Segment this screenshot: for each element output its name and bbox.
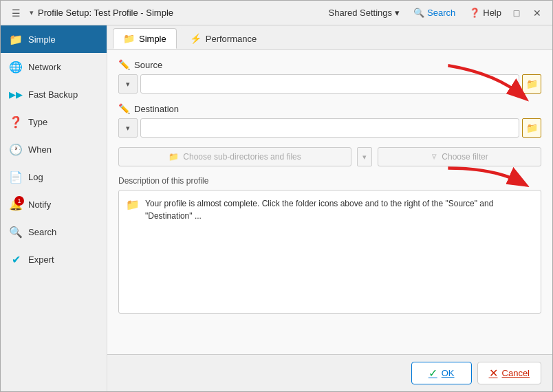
desc-folder-icon: 📁	[126, 198, 140, 211]
search-label: Search	[427, 8, 455, 18]
destination-input[interactable]	[140, 118, 519, 138]
ok-label: OK	[442, 368, 455, 378]
destination-field-row: ▾ 📁	[118, 118, 541, 138]
cancel-button[interactable]: ✕ Cancel	[477, 362, 541, 384]
destination-pencil-icon: ✏️	[118, 103, 130, 114]
ok-button[interactable]: ✓ OK	[411, 362, 472, 384]
source-dropdown-button[interactable]: ▾	[118, 74, 138, 94]
subdir-row: 📁 Choose sub-directories and files ▾ ⛛ C…	[118, 147, 541, 166]
destination-dropdown-button[interactable]: ▾	[118, 118, 138, 138]
help-label: Help	[483, 8, 501, 18]
hamburger-button[interactable]: ☰	[6, 5, 25, 21]
sidebar-item-fast-backup[interactable]: ▶▶ Fast Backup	[1, 80, 107, 108]
filter-button[interactable]: ⛛ Choose filter	[378, 147, 541, 166]
log-icon: 📄	[9, 170, 23, 184]
search-nav-icon: 🔍	[9, 225, 23, 239]
desc-text: Your profile is almost complete. Click t…	[145, 197, 534, 222]
title-bar: ☰ ▾ Profile Setup: Test Profile - Simple…	[1, 1, 552, 25]
sidebar-label-search: Search	[28, 227, 56, 237]
when-icon-wrap: 🕐	[9, 142, 23, 156]
sidebar-item-network[interactable]: 🌐 Network	[1, 53, 107, 80]
tab-simple[interactable]: 📁 Simple	[113, 28, 177, 49]
sidebar-item-notify[interactable]: 🔔 1 Notify	[1, 190, 107, 218]
folder-icon: 📁	[9, 32, 23, 46]
network-icon-wrap: 🌐	[9, 60, 23, 74]
search-icon-wrap: 🔍	[9, 225, 23, 239]
close-button[interactable]: ✕	[528, 5, 547, 21]
shared-settings-button[interactable]: Shared Settings ▾	[323, 6, 406, 20]
source-pencil-icon: ✏️	[118, 59, 130, 70]
main-layout: 📁 Simple 🌐 Network ▶▶ Fast Backup ❓	[1, 25, 552, 391]
notify-badge: 1	[14, 196, 24, 206]
sidebar-label-notify: Notify	[28, 199, 51, 210]
tab-performance-label: Performance	[206, 34, 257, 44]
title-bar-center: Shared Settings ▾ 🔍 Search ❓ Help	[323, 6, 507, 20]
expert-icon: ✔	[9, 252, 23, 266]
window-title: Profile Setup: Test Profile - Simple	[38, 8, 173, 18]
sidebar-label-when: When	[28, 144, 52, 155]
type-icon: ❓	[9, 115, 23, 129]
tab-performance-icon: ⚡	[190, 33, 202, 44]
source-input[interactable]	[140, 74, 519, 94]
source-label: Source	[134, 60, 162, 70]
subdir-label: Choose sub-directories and files	[183, 152, 301, 162]
tab-simple-label: Simple	[139, 34, 166, 44]
notify-icon-wrap: 🔔 1	[9, 197, 23, 211]
when-icon: 🕐	[9, 142, 23, 156]
maximize-button[interactable]: □	[507, 5, 526, 21]
sidebar: 📁 Simple 🌐 Network ▶▶ Fast Backup ❓	[1, 25, 107, 391]
help-icon: ❓	[469, 8, 480, 18]
simple-icon-wrap: 📁	[9, 32, 23, 46]
sidebar-label-network: Network	[28, 62, 61, 72]
cancel-label: Cancel	[502, 368, 530, 378]
fast-backup-icon: ▶▶	[9, 87, 23, 101]
tab-bar: 📁 Simple ⚡ Performance	[107, 25, 552, 50]
window-controls: □ ✕	[507, 5, 547, 21]
destination-label-row: ✏️ Destination	[118, 103, 541, 114]
tab-simple-icon: 📁	[123, 33, 135, 44]
content-area: 📁 Simple ⚡ Performance ✏️ Source ▾	[107, 25, 552, 391]
form-area: ✏️ Source ▾ 📁 ✏️ Destination ▾ 📁	[107, 50, 552, 354]
tab-performance[interactable]: ⚡ Performance	[180, 28, 267, 49]
sidebar-item-type[interactable]: ❓ Type	[1, 108, 107, 135]
shared-settings-chevron: ▾	[395, 8, 400, 18]
ok-check-icon: ✓	[429, 367, 437, 380]
sidebar-label-simple: Simple	[28, 34, 56, 45]
title-chevron: ▾	[30, 8, 34, 17]
destination-folder-button[interactable]: 📁	[522, 118, 541, 138]
title-bar-left: ☰ ▾ Profile Setup: Test Profile - Simple	[6, 5, 323, 21]
sidebar-label-log: Log	[28, 172, 43, 182]
expert-icon-wrap: ✔	[9, 252, 23, 266]
subdir-dropdown-button[interactable]: ▾	[357, 147, 372, 166]
network-icon: 🌐	[9, 60, 23, 74]
type-icon-wrap: ❓	[9, 115, 23, 129]
search-icon: 🔍	[413, 8, 424, 18]
help-button[interactable]: ❓ Help	[464, 6, 507, 20]
search-button[interactable]: 🔍 Search	[408, 6, 461, 20]
source-field-row: ▾ 📁	[118, 74, 541, 94]
sidebar-label-type: Type	[28, 117, 47, 127]
description-label: Description of this profile	[118, 176, 541, 186]
shared-settings-label: Shared Settings	[329, 8, 393, 18]
description-box: 📁 Your profile is almost complete. Click…	[118, 190, 541, 314]
fast-backup-icon-wrap: ▶▶	[9, 87, 23, 101]
log-icon-wrap: 📄	[9, 170, 23, 184]
sidebar-item-simple[interactable]: 📁 Simple	[1, 25, 107, 53]
source-label-row: ✏️ Source	[118, 59, 541, 70]
cancel-x-icon: ✕	[489, 367, 498, 380]
subdir-icon: 📁	[169, 152, 179, 162]
source-folder-button[interactable]: 📁	[522, 74, 541, 94]
sidebar-label-expert: Expert	[28, 254, 54, 265]
subdir-button[interactable]: 📁 Choose sub-directories and files	[118, 147, 351, 166]
sidebar-label-fast-backup: Fast Backup	[28, 89, 78, 100]
sidebar-item-search[interactable]: 🔍 Search	[1, 218, 107, 246]
destination-label: Destination	[134, 104, 179, 114]
main-window: ☰ ▾ Profile Setup: Test Profile - Simple…	[0, 0, 553, 392]
sidebar-item-when[interactable]: 🕐 When	[1, 135, 107, 163]
filter-label: Choose filter	[442, 152, 488, 162]
sidebar-item-expert[interactable]: ✔ Expert	[1, 246, 107, 273]
sidebar-item-log[interactable]: 📄 Log	[1, 163, 107, 190]
filter-icon: ⛛	[431, 152, 439, 162]
footer: ✓ OK ✕ Cancel	[107, 354, 552, 391]
